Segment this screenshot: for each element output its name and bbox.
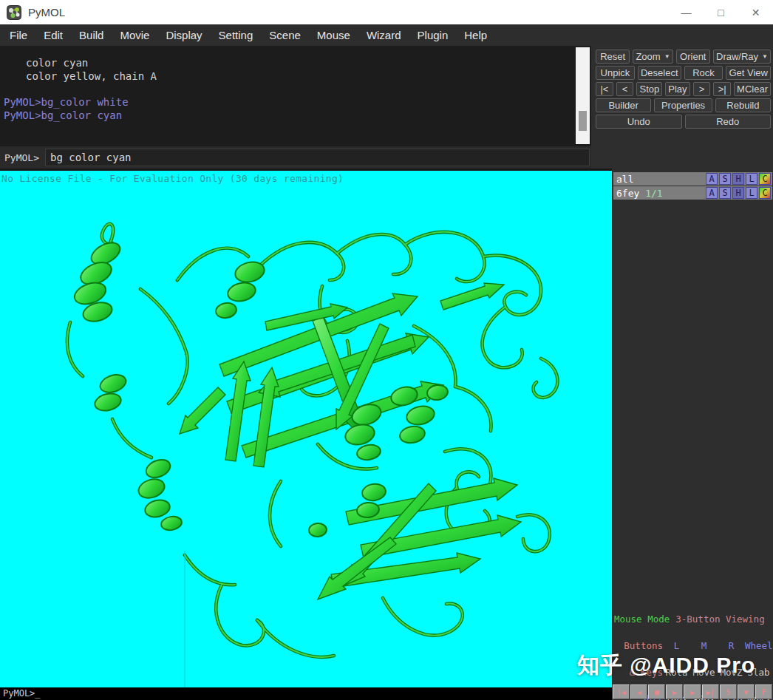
menu-bar: File Edit Build Movie Display Setting Sc… bbox=[0, 24, 773, 46]
menu-movie[interactable]: Movie bbox=[112, 24, 157, 46]
internal-gui-panel: all A S H L C 6fey 1/1 A S H L C Mouse M… bbox=[612, 169, 773, 700]
label-menu-button[interactable]: L bbox=[746, 173, 757, 185]
molecule-6fey-cartoon[interactable] bbox=[0, 171, 612, 690]
maximize-button[interactable]: □ bbox=[704, 0, 738, 24]
console-feedback-line: color cyan bbox=[0, 56, 591, 69]
movie-play-button[interactable]: Play bbox=[665, 82, 689, 96]
get-view-button[interactable]: Get View bbox=[726, 66, 771, 80]
opengl-prompt-bar[interactable]: PyMOL>_ bbox=[0, 687, 612, 700]
movie-last-button[interactable]: >| bbox=[713, 82, 731, 96]
menu-scene[interactable]: Scene bbox=[261, 24, 309, 46]
reset-button[interactable]: Reset bbox=[596, 50, 630, 64]
console-scrollbar[interactable] bbox=[576, 47, 590, 144]
menu-file[interactable]: File bbox=[1, 24, 35, 46]
command-row: PyMOL> bbox=[0, 146, 591, 169]
minimize-button[interactable]: — bbox=[669, 0, 704, 24]
rock-button[interactable]: Rock bbox=[684, 66, 723, 80]
object-name[interactable]: 6fey 1/1 bbox=[613, 188, 706, 199]
mouse-mode-toggle[interactable]: Mouse Mode3-Button Viewing bbox=[614, 615, 772, 624]
console-feedback-line: color yellow, chain A bbox=[0, 69, 591, 83]
command-input[interactable] bbox=[45, 149, 590, 166]
action-menu-button[interactable]: A bbox=[706, 187, 718, 199]
dropdown-arrow-icon: ▼ bbox=[664, 54, 670, 60]
movie-next-button[interactable]: > bbox=[693, 82, 711, 96]
menu-wizard[interactable]: Wizard bbox=[358, 24, 409, 46]
console-log: color cyan color yellow, chain A PyMOL>b… bbox=[0, 46, 591, 146]
menu-help[interactable]: Help bbox=[456, 24, 495, 46]
properties-button[interactable]: Properties bbox=[654, 98, 712, 112]
object-row-6fey: 6fey 1/1 A S H L C bbox=[613, 186, 772, 200]
builder-button[interactable]: Builder bbox=[596, 98, 651, 112]
movie-stop-button[interactable]: Stop bbox=[636, 82, 662, 96]
show-menu-button[interactable]: S bbox=[719, 187, 731, 199]
vcr-play-button[interactable]: ▶ bbox=[666, 684, 683, 699]
rebuild-button[interactable]: Rebuild bbox=[715, 98, 771, 112]
object-row-all: all A S H L C bbox=[613, 172, 772, 186]
menu-display[interactable]: Display bbox=[157, 24, 210, 46]
show-menu-button[interactable]: S bbox=[719, 173, 731, 185]
console-scrollbar-thumb[interactable] bbox=[579, 111, 587, 131]
title-bar: PyMOL — □ ✕ bbox=[0, 0, 773, 24]
prompt-cursor: _ bbox=[35, 688, 40, 699]
vcr-menu-button[interactable]: ▼ bbox=[738, 684, 755, 699]
object-list: all A S H L C 6fey 1/1 A S H L C bbox=[613, 172, 772, 200]
menu-plugin[interactable]: Plugin bbox=[409, 24, 457, 46]
redo-button[interactable]: Redo bbox=[685, 115, 772, 129]
command-prompt-label: PyMOL> bbox=[4, 152, 39, 163]
vcr-back-button[interactable]: ◀ bbox=[630, 684, 647, 699]
console-command-line: PyMOL>bg_color cyan bbox=[0, 109, 591, 122]
object-state: 1/1 bbox=[645, 188, 662, 199]
zoom-dropdown-button[interactable]: Zoom▼ bbox=[633, 50, 672, 64]
alpha-helices bbox=[72, 239, 449, 537]
color-menu-button[interactable]: C bbox=[759, 173, 771, 185]
vcr-end-button[interactable]: ▶| bbox=[702, 684, 719, 699]
movie-first-button[interactable]: |< bbox=[596, 82, 613, 96]
action-menu-button[interactable]: A bbox=[706, 173, 718, 185]
dropdown-arrow-icon: ▼ bbox=[762, 54, 768, 60]
vcr-stop-button[interactable]: ■ bbox=[648, 684, 665, 699]
draw-ray-dropdown-button[interactable]: Draw/Ray▼ bbox=[713, 50, 771, 64]
zhihu-watermark: 知乎 @AIDD Pro bbox=[577, 650, 755, 681]
vcr-fullscreen-button[interactable]: F bbox=[755, 684, 772, 699]
undo-button[interactable]: Undo bbox=[596, 115, 682, 129]
control-panel: Reset Zoom▼ Orient Draw/Ray▼ Unpick Dese… bbox=[591, 46, 773, 169]
color-menu-button[interactable]: C bbox=[759, 187, 771, 199]
deselect-button[interactable]: Deselect bbox=[638, 66, 681, 80]
object-name[interactable]: all bbox=[613, 174, 706, 185]
vcr-scene-button[interactable]: S bbox=[720, 684, 737, 699]
close-button[interactable]: ✕ bbox=[738, 0, 773, 24]
window-controls: — □ ✕ bbox=[669, 0, 773, 24]
vcr-forward-button[interactable]: ▶ bbox=[684, 684, 701, 699]
unpick-button[interactable]: Unpick bbox=[596, 66, 635, 80]
vcr-rewind-button[interactable]: |◀ bbox=[613, 684, 630, 699]
orient-button[interactable]: Orient bbox=[676, 50, 710, 64]
window-title: PyMOL bbox=[28, 6, 65, 18]
pymol-app-icon bbox=[7, 5, 21, 20]
viewport-artifact-line bbox=[184, 551, 185, 690]
3d-viewport[interactable]: No License File - For Evaluation Only (3… bbox=[0, 169, 612, 690]
mclear-button[interactable]: MClear bbox=[734, 82, 771, 96]
console-command-line: PyMOL>bg_color white bbox=[0, 95, 591, 109]
console-blank-line bbox=[0, 83, 591, 95]
hide-menu-button[interactable]: H bbox=[732, 173, 744, 185]
movie-vcr-controls: |◀ ◀ ■ ▶ ▶ ▶| S ▼ F bbox=[613, 684, 772, 699]
menu-build[interactable]: Build bbox=[71, 24, 112, 46]
menu-mouse[interactable]: Mouse bbox=[309, 24, 358, 46]
menu-edit[interactable]: Edit bbox=[35, 24, 71, 46]
menu-setting[interactable]: Setting bbox=[211, 24, 262, 46]
mouse-buttons-header: ButtonsLMRWheel bbox=[614, 642, 772, 650]
hide-menu-button[interactable]: H bbox=[732, 187, 744, 199]
label-menu-button[interactable]: L bbox=[746, 187, 757, 199]
movie-prev-button[interactable]: < bbox=[616, 82, 634, 96]
